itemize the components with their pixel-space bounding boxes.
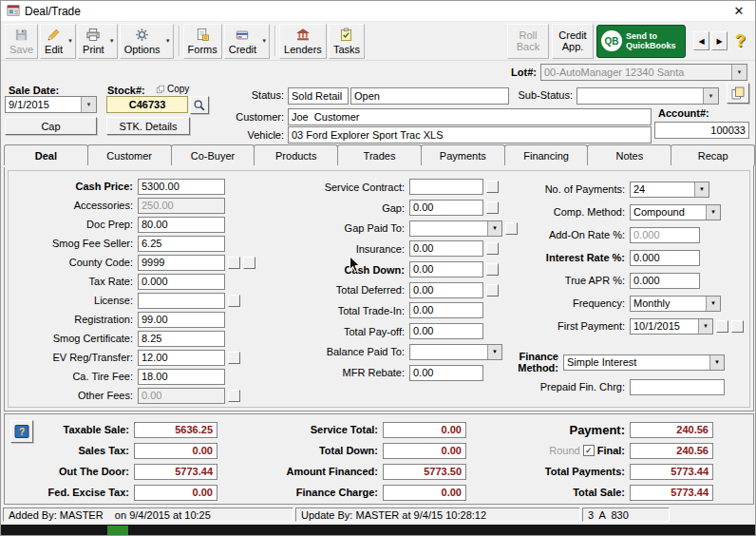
forms-button[interactable]: Forms [183,24,222,59]
doc-prep-input[interactable]: 80.00 [138,217,225,233]
prepaid-fin-chrg-input[interactable] [630,379,725,395]
balance-paid-to-dropdown-icon[interactable]: ▼ [487,345,501,359]
accessories-input: 250.00 [138,198,225,214]
frequency-dropdown-icon[interactable]: ▼ [706,297,720,311]
ev-reg-transfer-input[interactable]: 12.00 [138,350,225,366]
close-button[interactable]: ✕ [728,4,749,18]
nav-next-button[interactable]: ▶ [711,31,728,50]
service-total-value: 0.00 [383,422,466,438]
comp-method-select[interactable]: Compound▼ [630,204,721,220]
county-code-label: County Code: [12,257,138,268]
cash-down-button[interactable] [486,263,499,276]
county-code-input[interactable]: 9999 [138,255,225,271]
nav-previous-button[interactable]: ◀ [693,31,709,50]
save-button[interactable]: Save [5,24,38,59]
tab-deal[interactable]: Deal [4,144,88,165]
balance-paid-to-select[interactable]: ▼ [409,344,502,360]
send-to-quickbooks-button[interactable]: QB Send to QuickBooks [596,25,686,58]
accessories-label: Accessories: [12,200,138,211]
ev-reg-transfer-button[interactable] [228,352,240,364]
sub-status-select[interactable]: ▼ [576,87,719,105]
cash-down-input[interactable]: 0.00 [409,261,483,278]
vehicle-field[interactable]: 03 Ford Explorer Sport Trac XLS [288,126,652,144]
gap-button[interactable] [486,201,499,214]
true-apr-input[interactable]: 0.000 [630,273,700,289]
first-payment-button-2[interactable] [731,320,744,333]
insurance-button[interactable] [486,242,499,255]
total-deferred-input[interactable]: 0.00 [409,282,483,298]
tab-trades[interactable]: Trades [337,144,422,165]
stock-number-field[interactable]: C46733 [106,96,188,113]
customer-field[interactable]: Joe Customer [288,108,652,125]
finance-method-select[interactable]: Simple Interest▼ [563,354,725,371]
cash-price-input[interactable]: 5300.00 [138,179,225,195]
smog-fee-seller-input[interactable]: 6.25 [138,236,225,252]
edit-button[interactable]: Edit ▼ [40,24,76,59]
options-button[interactable]: Options ▼ [120,24,174,59]
service-contract-button[interactable] [486,181,499,193]
first-payment-select[interactable]: 10/1/2015▼ [630,318,713,335]
tab-financing[interactable]: Financing [504,144,589,165]
options-dropdown-icon[interactable]: ▼ [165,38,171,44]
registration-input[interactable]: 99.00 [138,312,225,328]
sub-status-dropdown-icon[interactable]: ▼ [703,88,718,104]
first-payment-dropdown-icon[interactable]: ▼ [698,319,712,334]
frequency-select[interactable]: Monthly▼ [630,296,721,312]
roll-back-button[interactable]: Roll Back [507,24,549,59]
lenders-button[interactable]: Lenders [279,24,327,59]
other-fees-button[interactable] [228,390,240,402]
credit-app-button[interactable]: Credit App. [552,24,594,59]
gap-input[interactable]: 0.00 [409,200,483,216]
tab-customer[interactable]: Customer [87,144,172,165]
license-lookup-button[interactable] [228,295,240,307]
print-dropdown-icon[interactable]: ▼ [109,38,115,44]
sale-date-select[interactable]: 9/1/2015 ▼ [5,96,97,113]
license-input[interactable] [138,293,225,309]
sale-date-dropdown-icon[interactable]: ▼ [81,97,96,112]
credit-dropdown-icon[interactable]: ▼ [261,38,267,44]
cap-button[interactable]: Cap [5,117,97,135]
finance-method-dropdown-icon[interactable]: ▼ [709,355,724,370]
total-deferred-button[interactable] [486,284,499,297]
print-button[interactable]: Print ▼ [78,24,118,59]
no-of-payments-select[interactable]: 24▼ [630,182,709,198]
insurance-input[interactable]: 0.00 [409,240,483,257]
service-total-row: Service Total: 0.00 [240,419,466,440]
tab-notes[interactable]: Notes [587,144,671,165]
tab-payments[interactable]: Payments [421,144,505,165]
smog-certificate-input[interactable]: 8.25 [138,331,225,347]
interest-rate-input[interactable]: 0.000 [630,250,700,266]
edit-dropdown-icon[interactable]: ▼ [67,38,73,44]
copy-stock-link[interactable]: Copy [156,84,189,94]
comp-method-dropdown-icon[interactable]: ▼ [706,205,720,220]
tab-products[interactable]: Products [254,144,338,165]
tasks-button[interactable]: Tasks [329,24,365,59]
service-contract-row: Service Contract: [274,177,527,198]
round-checkbox[interactable]: ✓ [583,445,595,456]
total-trade-in-input[interactable]: 0.00 [409,302,483,318]
ca-tire-fee-input[interactable]: 18.00 [138,369,225,385]
account-number-field[interactable]: 100033 [654,122,749,139]
status-open-field[interactable]: Open [350,87,509,105]
deal-right-column: No. of Payments: 24▼ Comp. Method: Compo… [502,178,751,398]
no-of-payments-row: No. of Payments: 24▼ [502,178,751,201]
county-code-extra-button[interactable] [243,257,255,269]
copy-deal-button[interactable] [727,83,749,104]
gap-paid-to-select[interactable]: ▼ [409,220,502,237]
credit-button[interactable]: Credit ▼ [224,24,270,59]
status-field[interactable]: Sold Retail [288,87,349,105]
help-icon[interactable]: ? [735,31,746,51]
first-payment-button-1[interactable] [716,320,728,333]
county-code-lookup-button[interactable] [228,257,240,269]
lot-dropdown-icon[interactable]: ▼ [731,65,747,80]
gap-paid-to-dropdown-icon[interactable]: ▼ [487,221,501,236]
tab-co-buyer[interactable]: Co-Buyer [171,144,255,165]
no-of-payments-dropdown-icon[interactable]: ▼ [694,182,709,197]
stock-search-button[interactable] [190,96,209,114]
total-pay-off-input[interactable]: 0.00 [409,323,483,339]
tab-recap[interactable]: Recap [671,144,755,165]
tax-rate-input[interactable]: 0.000 [138,274,225,290]
mfr-rebate-input[interactable]: 0.00 [409,365,483,381]
stk-details-button[interactable]: STK. Details [106,117,190,135]
lot-select[interactable]: 00-AutoManager 12340 Santa ▼ [540,64,747,81]
